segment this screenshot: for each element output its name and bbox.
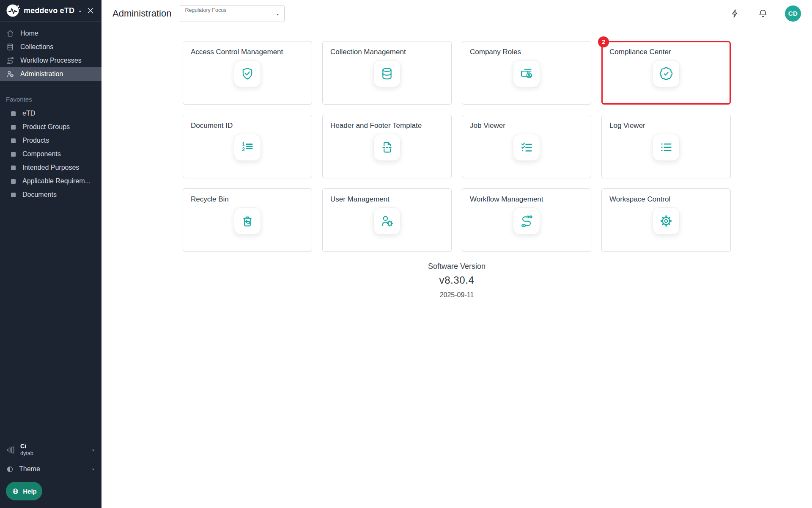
card-title: Workflow Management: [462, 189, 591, 204]
card-title: Log Viewer: [602, 115, 730, 130]
card-icon-tile: [513, 134, 540, 161]
card-title: Recycle Bin: [183, 189, 312, 204]
sidebar-bottom: Ci dytab Theme Help: [0, 440, 102, 508]
card-icon-tile: [653, 60, 680, 87]
card-document-id[interactable]: Document ID12: [183, 115, 312, 178]
square-bullet-icon: [11, 166, 16, 170]
sidebar-item-label: Collections: [20, 43, 53, 51]
trash-restore-icon: [240, 214, 255, 228]
square-bullet-icon: [11, 193, 16, 197]
card-icon-tile: [373, 60, 401, 87]
favorite-item-etd[interactable]: eTD: [0, 107, 102, 120]
favorite-item-products[interactable]: Products: [0, 134, 102, 147]
sidebar-header: meddevo eTD: [0, 0, 102, 21]
favorite-item-label: Product Groups: [22, 123, 70, 131]
card-header-and-footer-template[interactable]: Header and Footer Template: [322, 115, 452, 178]
admin-cards-grid: Access Control ManagementCollection Mana…: [183, 41, 731, 252]
top-bar: Administration Regulatory Focus CD: [102, 0, 812, 27]
card-compliance-center[interactable]: 2Compliance Center: [601, 41, 731, 105]
sidebar-item-home[interactable]: Home: [0, 27, 102, 40]
workspace-subname: dytab: [20, 450, 33, 457]
card-icon-tile: [373, 207, 401, 235]
favorite-item-applicable-requirem[interactable]: Applicable Requirem...: [0, 174, 102, 188]
card-access-control-management[interactable]: Access Control Management: [183, 41, 312, 105]
avatar[interactable]: CD: [785, 6, 801, 22]
favorites-heading: Favorites: [0, 96, 102, 104]
database-icon: [380, 66, 394, 81]
lightning-icon: [730, 8, 740, 19]
favorite-item-components[interactable]: Components: [0, 147, 102, 161]
brand-name[interactable]: meddevo eTD: [24, 6, 74, 15]
sidebar-nav: HomeCollectionsWorkflow ProcessesAdminis…: [0, 22, 102, 86]
favorite-item-label: eTD: [22, 110, 35, 117]
user-gear-icon: [6, 70, 14, 78]
card-icon-tile: [513, 207, 540, 235]
favorite-item-documents[interactable]: Documents: [0, 188, 102, 202]
main-area: Administration Regulatory Focus CD Acces…: [102, 0, 812, 508]
card-collection-management[interactable]: Collection Management: [322, 41, 452, 105]
chevron-down-icon[interactable]: [78, 9, 82, 14]
sidebar-favorites: Favorites eTDProduct GroupsProductsCompo…: [0, 86, 102, 202]
sidebar-item-label: Home: [20, 30, 38, 37]
regulatory-focus-select[interactable]: Regulatory Focus: [180, 5, 285, 22]
notification-badge: 2: [598, 36, 609, 47]
card-company-roles[interactable]: Company Roles: [462, 41, 591, 105]
close-icon: [86, 6, 95, 15]
card-icon-tile: [234, 207, 261, 235]
bell-icon: [758, 8, 768, 19]
sidebar-close-button[interactable]: [86, 5, 96, 16]
square-bullet-icon: [11, 111, 16, 116]
favorite-item-product-groups[interactable]: Product Groups: [0, 120, 102, 134]
gear-icon: [659, 214, 673, 228]
card-recycle-bin[interactable]: Recycle Bin: [183, 188, 312, 252]
svg-text:2: 2: [242, 146, 245, 152]
card-icon-tile: [373, 134, 401, 161]
list-icon: [659, 140, 673, 155]
theme-contrast-icon: [6, 465, 14, 473]
software-version-block: Software Version v8.30.4 2025-09-11: [183, 262, 731, 299]
home-icon: [6, 29, 14, 38]
doc-template-icon: [380, 140, 394, 155]
page-title: Administration: [112, 8, 171, 19]
sidebar-item-administration[interactable]: Administration: [0, 67, 102, 81]
card-job-viewer[interactable]: Job Viewer: [462, 115, 591, 178]
favorite-item-label: Documents: [22, 191, 57, 199]
help-label: Help: [23, 488, 37, 495]
version-number: v8.30.4: [183, 274, 731, 286]
sidebar-item-workflow-processes[interactable]: Workflow Processes: [0, 54, 102, 67]
workflow-icon: [519, 214, 534, 228]
numbered-list-icon: 12: [240, 140, 255, 155]
card-icon-tile: [653, 207, 680, 235]
card-log-viewer[interactable]: Log Viewer: [601, 115, 731, 178]
badge-check-icon: [659, 66, 673, 81]
chevron-down-icon: [91, 448, 96, 453]
sidebar-item-collections[interactable]: Collections: [0, 40, 102, 54]
favorite-item-intended-purposes[interactable]: Intended Purposes: [0, 161, 102, 174]
workspace-name: Ci: [20, 443, 33, 450]
quick-actions-button[interactable]: [729, 8, 741, 19]
brand-logo-icon: [6, 3, 20, 18]
help-button[interactable]: Help: [6, 482, 42, 500]
card-icon-tile: 12: [234, 134, 261, 161]
square-bullet-icon: [11, 179, 16, 184]
square-bullet-icon: [11, 152, 16, 157]
card-title: Company Roles: [462, 41, 591, 56]
database-icon: [6, 43, 14, 51]
workspace-switcher[interactable]: Ci dytab: [6, 440, 96, 460]
square-bullet-icon: [11, 125, 16, 130]
favorite-item-label: Intended Purposes: [22, 164, 79, 171]
chevron-down-icon: [91, 467, 96, 472]
checklist-icon: [519, 140, 534, 155]
version-date: 2025-09-11: [183, 291, 731, 299]
card-title: Workspace Control: [602, 189, 730, 204]
favorite-item-label: Components: [22, 150, 61, 158]
card-title: Access Control Management: [183, 41, 312, 56]
theme-selector[interactable]: Theme: [6, 461, 96, 477]
card-workspace-control[interactable]: Workspace Control: [601, 188, 731, 252]
id-card-icon: [519, 66, 534, 81]
square-bullet-icon: [11, 138, 16, 143]
notifications-button[interactable]: [757, 8, 769, 19]
card-user-management[interactable]: User Management: [322, 188, 452, 252]
sidebar-item-label: Workflow Processes: [20, 57, 82, 64]
card-workflow-management[interactable]: Workflow Management: [462, 188, 591, 252]
